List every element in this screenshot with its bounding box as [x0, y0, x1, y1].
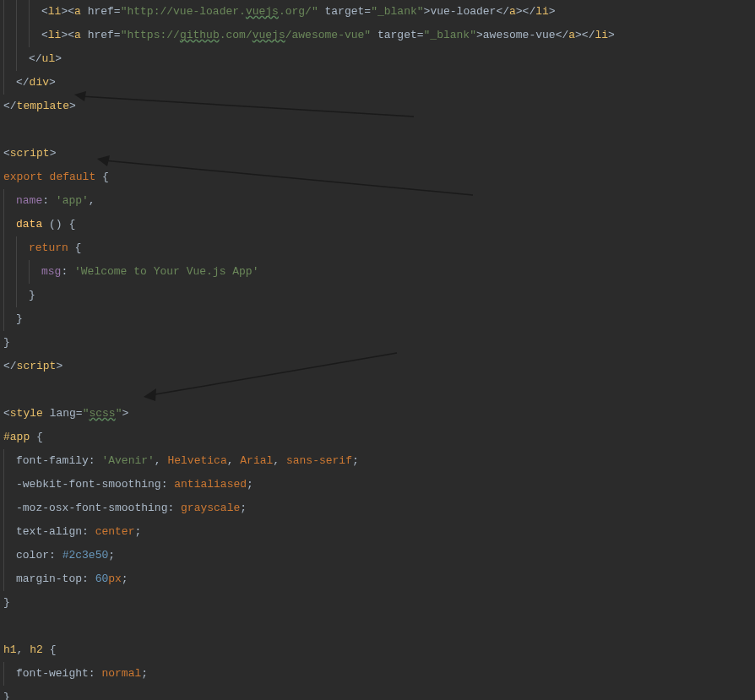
code-line: </template>: [3, 95, 755, 118]
code-line: <li><a href="http://vue-loader.vuejs.org…: [3, 0, 755, 24]
code-line: text-align: center;: [3, 520, 755, 544]
code-line: }: [3, 307, 755, 331]
code-line: return {: [3, 236, 755, 260]
code-line: }: [3, 284, 755, 307]
code-line: font-weight: normal;: [3, 662, 755, 686]
code-line: </ul>: [3, 47, 755, 71]
code-line: data () {: [3, 213, 755, 236]
code-editor[interactable]: <li><a href="http://vue-loader.vuejs.org…: [0, 0, 755, 700]
code-line: <style lang="scss">: [3, 402, 755, 426]
blank-line: [3, 118, 755, 142]
code-line: -webkit-font-smoothing: antialiased;: [3, 473, 755, 497]
code-line: name: 'app',: [3, 189, 755, 213]
code-line: #app {: [3, 426, 755, 449]
code-line: msg: 'Welcome to Your Vue.js App': [3, 260, 755, 284]
code-line: </script>: [3, 355, 755, 378]
code-line: margin-top: 60px;: [3, 567, 755, 591]
code-line: </div>: [3, 71, 755, 95]
code-line: }: [3, 591, 755, 615]
code-line: }: [3, 686, 755, 700]
blank-line: [3, 378, 755, 402]
code-line: <li><a href="https://github.com/vuejs/aw…: [3, 24, 755, 47]
code-line: }: [3, 331, 755, 355]
code-line: font-family: 'Avenir', Helvetica, Arial,…: [3, 449, 755, 473]
blank-line: [3, 615, 755, 638]
code-line: h1, h2 {: [3, 638, 755, 662]
code-line: export default {: [3, 166, 755, 189]
code-line: -moz-osx-font-smoothing: grayscale;: [3, 497, 755, 520]
code-line: color: #2c3e50;: [3, 544, 755, 567]
code-line: <script>: [3, 142, 755, 166]
